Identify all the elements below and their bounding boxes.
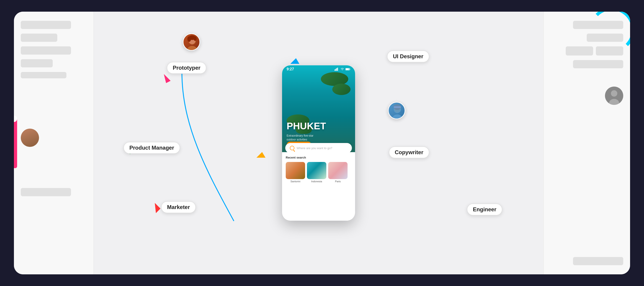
svg-marker-3 [290,58,300,64]
phone-search-bar[interactable]: Where are you want to go? [285,143,352,152]
thumbnail-indonesia[interactable]: Indonesia [307,162,326,183]
right-sidebar-btn-1[interactable] [566,46,593,56]
right-sidebar-avatar [605,87,623,105]
search-icon [290,146,294,150]
badge-prototyper: Prototyper [167,62,206,74]
sidebar-item-4 [21,59,53,67]
badge-product-manager: Product Manager [124,142,180,154]
svg-marker-2 [155,203,160,213]
svg-rect-20 [337,68,338,71]
phone-mockup: 9:27 [282,65,355,221]
right-sidebar-item-bottom [573,257,623,265]
badge-ui-designer: UI Designer [387,51,429,62]
sidebar-item-2 [21,34,57,42]
main-container: Prototyper Product Manager Marketer UI D… [14,12,630,274]
svg-rect-18 [336,69,336,71]
phone-signal-icons [334,68,350,71]
svg-marker-4 [256,152,266,158]
badge-marketer: Marketer [161,201,196,213]
search-placeholder-text: Where are you want to go? [297,146,332,150]
thumbnail-paris[interactable]: Paris [328,162,348,183]
recent-thumbnails: Santorini Indonesia Paris [286,162,352,183]
svg-rect-22 [346,69,349,70]
phone-status-bar: 9:27 [282,65,355,73]
svg-point-7 [187,46,197,51]
svg-rect-16 [394,106,401,108]
destination-title: PHUKET [287,121,326,132]
svg-point-10 [187,36,191,42]
sidebar-item-1 [21,21,71,29]
right-sidebar-item-3 [573,60,623,68]
avatar-prototyper [183,33,200,51]
thumb-label-paris: Paris [328,180,348,183]
thumb-label-santorini: Santorini [286,180,305,183]
sidebar-item-5 [21,72,66,78]
svg-rect-19 [336,68,337,71]
badge-copywriter: Copywriter [389,146,429,158]
main-canvas: Prototyper Product Manager Marketer UI D… [94,12,543,274]
sidebar-item-6 [21,188,71,196]
svg-rect-17 [334,70,335,71]
thumbnail-santorini[interactable]: Santorini [286,162,305,183]
phone-bottom-content: Recent search Santorini Indonesia Paris [282,152,355,186]
svg-point-11 [194,36,197,41]
recent-search-title: Recent search [286,156,352,159]
left-sidebar [14,12,94,274]
svg-marker-0 [164,74,171,83]
badge-engineer: Engineer [467,203,502,215]
avatar-copywriter [388,102,405,119]
phone-hero-image: 9:27 [282,65,355,152]
island-2 [332,84,350,95]
pink-vertical-bar [14,118,17,168]
sidebar-item-3 [21,46,71,55]
destination-subtitle: Extraordinary five-star outdoor activiti… [287,134,323,142]
left-sidebar-avatar [21,129,39,147]
thumb-label-indonesia: Indonesia [307,180,326,183]
phone-time: 9:27 [287,67,294,71]
svg-point-13 [392,114,402,119]
svg-point-24 [611,90,617,97]
